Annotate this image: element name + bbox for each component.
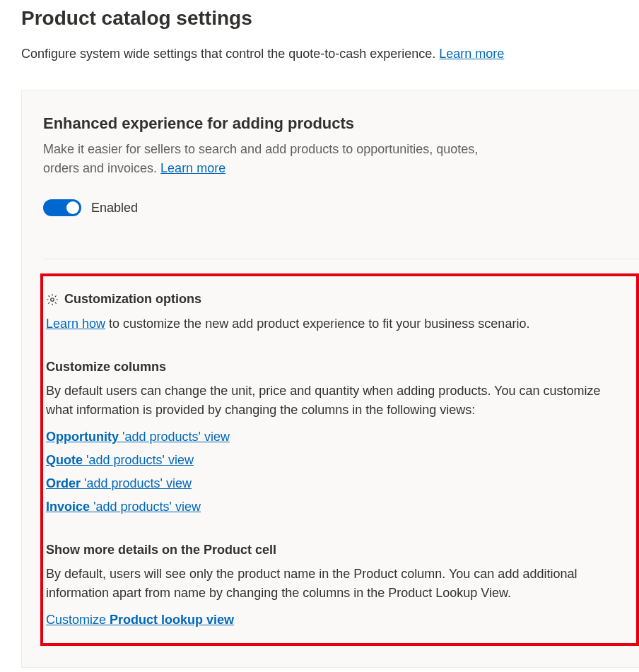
link-rest: 'add products' view: [86, 453, 194, 467]
options-header: Customization options: [46, 292, 621, 307]
learn-more-link[interactable]: Learn more: [439, 47, 504, 61]
view-links-list: Opportunity 'add products' view Quote 'a…: [46, 430, 621, 514]
product-cell-heading: Show more details on the Product cell: [46, 543, 621, 558]
product-cell-desc: By default, users will see only the prod…: [46, 565, 621, 603]
customize-link-pre: Customize: [46, 613, 110, 627]
customization-desc-after: to customize the new add product experie…: [105, 317, 529, 331]
svg-point-0: [51, 297, 54, 301]
settings-card: Enhanced experience for adding products …: [21, 90, 639, 668]
gear-icon: [46, 293, 59, 306]
link-rest: 'add products' view: [93, 500, 201, 514]
customization-highlight: Customization options Learn how to custo…: [40, 273, 639, 646]
customize-columns-heading: Customize columns: [46, 360, 621, 375]
customization-description: Learn how to customize the new add produ…: [46, 317, 621, 331]
opportunity-view-link[interactable]: Opportunity 'add products' view: [46, 430, 230, 444]
link-bold: Opportunity: [46, 430, 122, 444]
learn-how-link[interactable]: Learn how: [46, 317, 105, 331]
enhanced-desc-text: Make it easier for sellers to search and…: [43, 142, 478, 175]
link-bold: Order: [46, 476, 84, 490]
order-view-link[interactable]: Order 'add products' view: [46, 476, 192, 491]
link-bold: Invoice: [46, 500, 93, 514]
link-rest: 'add products' view: [122, 430, 230, 444]
invoice-view-link[interactable]: Invoice 'add products' view: [46, 500, 201, 514]
customize-columns-desc: By default users can change the unit, pr…: [46, 382, 621, 420]
customize-product-lookup-link[interactable]: Customize Product lookup view: [46, 613, 234, 627]
subtitle-text: Configure system wide settings that cont…: [21, 47, 439, 61]
toggle-knob: [66, 201, 79, 214]
page-subtitle: Configure system wide settings that cont…: [21, 47, 618, 61]
divider: [43, 259, 639, 259]
enhanced-learn-more-link[interactable]: Learn more: [160, 161, 225, 175]
customize-link-bold: Product lookup view: [110, 613, 234, 627]
quote-view-link[interactable]: Quote 'add products' view: [46, 453, 194, 468]
enhanced-description: Make it easier for sellers to search and…: [43, 140, 510, 178]
toggle-row: Enabled: [43, 199, 618, 216]
enhanced-heading: Enhanced experience for adding products: [43, 114, 618, 133]
enabled-toggle[interactable]: [43, 199, 81, 216]
toggle-label: Enabled: [91, 201, 138, 216]
page-title: Product catalog settings: [21, 7, 618, 30]
link-bold: Quote: [46, 453, 86, 467]
link-rest: 'add products' view: [84, 476, 192, 490]
customization-heading: Customization options: [64, 292, 201, 307]
